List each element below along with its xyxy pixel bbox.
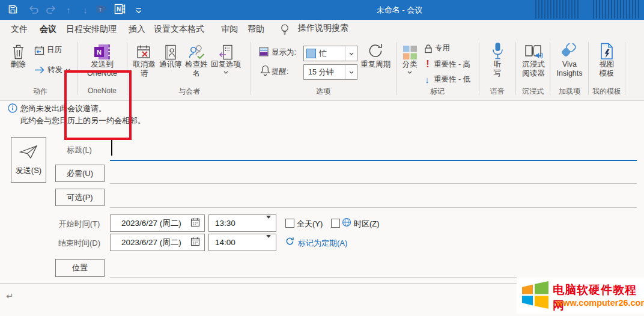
viva-insights-icon	[552, 40, 587, 60]
title-field-label: 标题(L)	[55, 145, 103, 156]
high-importance-button[interactable]: ! 重要性 - 高	[424, 59, 470, 70]
annotation-highlight-box	[64, 70, 132, 140]
all-day-checkbox[interactable]	[285, 219, 294, 228]
move-down-button[interactable]: ↓	[79, 4, 92, 17]
chevron-down-icon	[398, 71, 422, 74]
info-icon	[8, 103, 17, 115]
redo-button[interactable]	[44, 4, 58, 17]
teams-meeting-button[interactable]: T	[95, 4, 108, 17]
microphone-icon	[484, 40, 511, 60]
window-title: 未命名 - 会议	[327, 5, 472, 16]
group-label-options: 选项	[251, 87, 395, 96]
svg-text:N: N	[116, 6, 120, 13]
ribbon: 删除 日历 转发 动作 N 发送到 OneNote OneNote	[0, 38, 644, 101]
chevron-down-icon	[210, 71, 242, 74]
show-as-label: 显示为:	[272, 47, 296, 58]
calendar-cancel-icon	[130, 40, 159, 60]
windows-logo-icon	[520, 281, 550, 313]
globe-icon	[342, 217, 351, 229]
response-options-button[interactable]: 回复选项	[210, 40, 242, 74]
required-attendees-input[interactable]	[110, 166, 637, 184]
reminder-dropdown[interactable]: 15 分钟	[303, 64, 357, 80]
immersive-reader-button[interactable]: 沉浸式 阅读器	[517, 40, 550, 78]
send-button[interactable]: 发送(S)	[11, 137, 46, 183]
calendar-button[interactable]: 日历	[34, 45, 62, 55]
categorize-button[interactable]: 分类	[398, 40, 422, 74]
dictate-button[interactable]: 听 写	[484, 40, 511, 78]
all-day-label[interactable]: 全天(Y)	[297, 219, 323, 229]
location-button[interactable]: 位置	[55, 259, 105, 277]
reminder-label: 提醒:	[272, 67, 288, 77]
onenote-icon: N	[114, 4, 126, 17]
make-recurring-link[interactable]: 标记为定期(A)	[298, 238, 347, 249]
check-names-button[interactable]: 检查姓名	[183, 40, 210, 78]
group-label-immersive: 沉浸式	[516, 87, 550, 96]
customize-qat-button[interactable]	[132, 4, 145, 17]
start-time-label: 开始时间(T)	[55, 219, 103, 229]
title-bar: ↑ ↓ T N 未命名 - 会议	[0, 0, 644, 20]
date-picker-icon[interactable]	[190, 237, 200, 248]
group-separator	[550, 42, 550, 95]
watermark-site-url: www.computer26.com	[556, 298, 644, 308]
tab-scheduling-assistant[interactable]: 日程安排助理	[65, 20, 118, 38]
optional-attendees-button[interactable]: 可选(P)	[55, 189, 105, 206]
tab-review[interactable]: 审阅	[216, 20, 243, 38]
onenote-qat-button[interactable]: N	[113, 4, 126, 17]
trash-icon	[4, 40, 32, 60]
low-importance-button[interactable]: ↓ 重要性 - 低	[423, 74, 470, 85]
private-button[interactable]: 专用	[424, 43, 450, 53]
down-arrow-icon: ↓	[423, 74, 431, 85]
onenote-logo-icon: N	[79, 40, 125, 60]
recurrence-refresh-icon	[285, 237, 294, 248]
svg-text:N: N	[97, 49, 102, 56]
location-input[interactable]	[110, 260, 637, 278]
move-up-button[interactable]: ↑	[62, 4, 75, 17]
undo-button[interactable]	[27, 4, 40, 17]
end-time-picker[interactable]: 14:00	[208, 234, 276, 251]
show-as-dropdown[interactable]: 忙	[303, 46, 357, 61]
required-attendees-button[interactable]: 必需(U)	[55, 165, 105, 182]
start-time-picker[interactable]: 13:30	[208, 214, 276, 232]
calendar-icon	[34, 46, 44, 55]
chevron-down-icon[interactable]	[345, 46, 357, 61]
view-templates-button[interactable]: 视图 模板	[592, 40, 622, 78]
tab-format-text[interactable]: 设置文本格式	[153, 20, 205, 38]
title-input[interactable]	[110, 138, 637, 161]
chevron-down-icon[interactable]	[345, 65, 357, 79]
tab-insert[interactable]: 插入	[124, 20, 150, 38]
categorize-icon	[398, 40, 422, 60]
titlebar-artifact	[591, 0, 639, 19]
tab-help[interactable]: 帮助	[243, 20, 269, 38]
timezone-checkbox[interactable]	[331, 219, 340, 228]
recurrence-button[interactable]: 重复周期	[357, 40, 394, 69]
dropdown-arrow-icon[interactable]	[266, 238, 271, 247]
return-mark: ↵	[6, 291, 14, 302]
people-check-icon	[183, 40, 210, 60]
save-icon	[8, 4, 18, 17]
optional-attendees-input[interactable]	[110, 190, 637, 208]
chevron-down-icon	[136, 5, 142, 16]
end-date-picker[interactable]: 2023/6/27 (周二)	[110, 234, 205, 251]
svg-text:T: T	[99, 7, 102, 13]
recurrence-icon	[357, 40, 394, 60]
busy-status-swatch	[306, 49, 316, 58]
tab-meeting[interactable]: 会议	[36, 20, 60, 40]
delete-button[interactable]: 删除	[4, 40, 32, 69]
group-label-my-templates: 我的模板	[589, 87, 624, 96]
group-label-tags: 标记	[397, 87, 478, 96]
tell-me-search[interactable]: 操作说明搜索	[298, 23, 348, 34]
timezone-label[interactable]: 时区(Z)	[354, 219, 380, 229]
teams-icon: T	[96, 4, 107, 17]
date-picker-icon[interactable]	[190, 217, 200, 229]
ribbon-tab-row: 文件 会议 日程安排助理 插入 设置文本格式 审阅 帮助 操作说明搜索	[0, 20, 644, 38]
group-separator	[625, 42, 625, 95]
cancel-invitation-button[interactable]: 取消邀请	[130, 40, 159, 78]
send-plane-icon	[19, 144, 38, 162]
viva-insights-button[interactable]: Viva Insights	[552, 40, 587, 78]
exclamation-icon: !	[424, 59, 431, 70]
address-book-button[interactable]: 通讯簿	[159, 40, 183, 69]
save-button[interactable]	[6, 4, 19, 17]
start-date-picker[interactable]: 2023/6/27 (周二)	[110, 214, 205, 232]
tab-file[interactable]: 文件	[8, 20, 31, 38]
dropdown-arrow-icon[interactable]	[266, 219, 271, 228]
